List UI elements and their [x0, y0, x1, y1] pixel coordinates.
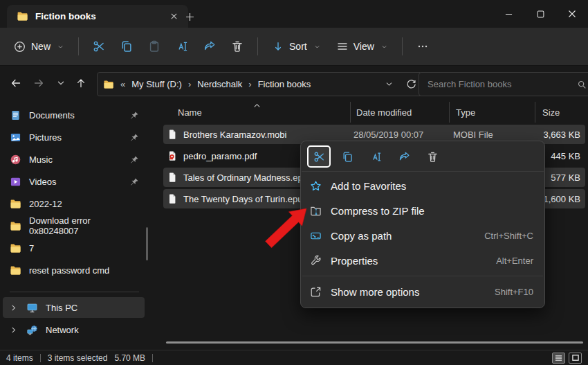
item-count: 4 items: [6, 353, 33, 363]
sidebar-item-label: Network: [46, 325, 79, 335]
folder-icon: [17, 10, 28, 22]
menu-divider: [302, 171, 544, 172]
selection-size: 5.70 MB: [114, 353, 145, 363]
chevron-down-icon: [57, 44, 64, 50]
tab-fiction-books[interactable]: Fiction books: [7, 5, 188, 28]
address-dropdown-icon[interactable]: [385, 80, 393, 88]
chevron-down-icon: [381, 44, 387, 50]
sidebar-item-folder[interactable]: reset password cmd: [3, 260, 145, 281]
sidebar-item-folder[interactable]: 7: [3, 238, 145, 258]
folder-icon: [10, 242, 21, 254]
share-button[interactable]: [196, 34, 223, 59]
music-icon: [10, 154, 21, 166]
sidebar-divider: [10, 292, 139, 292]
address-row: « My Stuff (D:) › Nerdschalk › Fiction b…: [0, 66, 588, 102]
column-header-date-modified[interactable]: Date modified: [350, 102, 449, 123]
titlebar: Fiction books: [0, 0, 588, 28]
menu-item-label: Properties: [331, 255, 378, 267]
show-more-options-icon: [309, 286, 322, 298]
recent-locations-button[interactable]: [50, 73, 71, 94]
menu-item-add-to-favorites[interactable]: Add to Favorites: [301, 173, 544, 198]
large-icons-view-button[interactable]: [569, 353, 582, 364]
sort-button[interactable]: Sort: [264, 34, 329, 59]
refresh-icon[interactable]: [406, 79, 416, 89]
rename-button[interactable]: [168, 34, 196, 59]
details-view-button[interactable]: [552, 353, 565, 364]
sidebar-item-music[interactable]: Music: [3, 149, 145, 170]
sidebar-item-documents[interactable]: Documents: [3, 105, 145, 125]
share-icon[interactable]: [392, 145, 416, 168]
sort-icon: [273, 41, 284, 52]
sidebar-scrollbar[interactable]: [146, 227, 148, 260]
pin-icon[interactable]: [130, 133, 139, 142]
chevron-right-icon[interactable]: [10, 304, 17, 312]
tab-close-icon[interactable]: [166, 9, 181, 24]
back-button[interactable]: [6, 73, 26, 94]
documents-icon: [10, 109, 21, 121]
menu-item-label: Copy as path: [331, 230, 392, 242]
sidebar-item-pictures[interactable]: Pictures: [3, 127, 145, 148]
sidebar-item-label: Videos: [29, 177, 57, 187]
sidebar-item-folder[interactable]: Download error 0x80248007: [3, 215, 145, 236]
sidebar-item-this-pc[interactable]: This PC: [3, 297, 145, 318]
folder-icon: [10, 220, 21, 232]
delete-icon[interactable]: [421, 145, 444, 168]
close-button[interactable]: [556, 0, 588, 28]
view-button[interactable]: View: [329, 34, 396, 59]
menu-item-compress-to-zip[interactable]: Compress to ZIP file: [301, 198, 544, 223]
up-button[interactable]: [71, 73, 91, 94]
search-box[interactable]: [419, 72, 588, 96]
menu-shortcut: Ctrl+Shift+C: [484, 231, 533, 241]
new-button[interactable]: New: [6, 34, 72, 59]
breadcrumb-segment[interactable]: Fiction books: [258, 79, 311, 89]
rename-icon[interactable]: [364, 145, 387, 168]
chevron-right-icon[interactable]: [10, 326, 17, 334]
cut-icon[interactable]: [307, 145, 331, 168]
column-header-type[interactable]: Type: [449, 102, 535, 123]
navigation-pane: Documents Pictures Music: [0, 102, 149, 350]
menu-item-properties[interactable]: Properties Alt+Enter: [301, 248, 544, 273]
pdf-file-icon: [167, 150, 178, 161]
delete-button[interactable]: [223, 34, 251, 59]
file-name: Brothers Karamazov.mobi: [183, 130, 286, 140]
status-divider: [40, 354, 41, 362]
breadcrumb-separator: ›: [247, 79, 252, 89]
paste-button[interactable]: [140, 34, 168, 59]
pin-icon[interactable]: [130, 111, 139, 120]
menu-shortcut: Shift+F10: [495, 287, 533, 297]
address-bar[interactable]: « My Stuff (D:) › Nerdschalk › Fiction b…: [97, 72, 423, 96]
breadcrumb-segment[interactable]: Nerdschalk: [197, 79, 242, 89]
maximize-button[interactable]: [524, 0, 556, 28]
sidebar-item-videos[interactable]: Videos: [3, 171, 145, 192]
epub-file-icon: [167, 193, 178, 204]
folder-icon: [10, 198, 21, 210]
pin-icon[interactable]: [130, 155, 139, 164]
menu-item-copy-as-path[interactable]: Copy as path Ctrl+Shift+C: [301, 223, 544, 248]
horizontal-scrollbar[interactable]: [166, 341, 583, 344]
menu-item-show-more-options[interactable]: Show more options Shift+F10: [301, 279, 544, 304]
sidebar-item-folder[interactable]: 2022-12: [3, 193, 145, 214]
file-explorer-window: Fiction books New: [0, 0, 588, 365]
copy-icon[interactable]: [336, 145, 359, 168]
file-date-modified: 28/05/2019 00:07: [350, 130, 449, 140]
cut-button[interactable]: [85, 34, 113, 59]
sidebar-item-network[interactable]: Network: [3, 319, 145, 340]
zip-folder-icon: [309, 205, 322, 217]
forward-button[interactable]: [28, 73, 49, 94]
pin-icon[interactable]: [130, 177, 139, 186]
breadcrumb-overflow[interactable]: «: [119, 79, 127, 89]
menu-divider: [302, 276, 543, 276]
search-input[interactable]: [426, 78, 571, 90]
star-icon: [309, 180, 322, 192]
minimize-button[interactable]: [493, 0, 524, 28]
file-name: Tales of Ordinary Madness.epub: [183, 172, 313, 183]
copy-button[interactable]: [113, 34, 140, 59]
column-header-size[interactable]: Size: [535, 102, 588, 123]
view-button-label: View: [353, 41, 374, 52]
new-tab-button[interactable]: [181, 8, 198, 25]
copy-as-path-icon: [309, 230, 322, 242]
breadcrumb-segment[interactable]: My Stuff (D:): [131, 79, 182, 89]
window-controls: [493, 0, 588, 28]
more-options-button[interactable]: [409, 34, 437, 59]
chevron-down-icon: [314, 44, 320, 50]
